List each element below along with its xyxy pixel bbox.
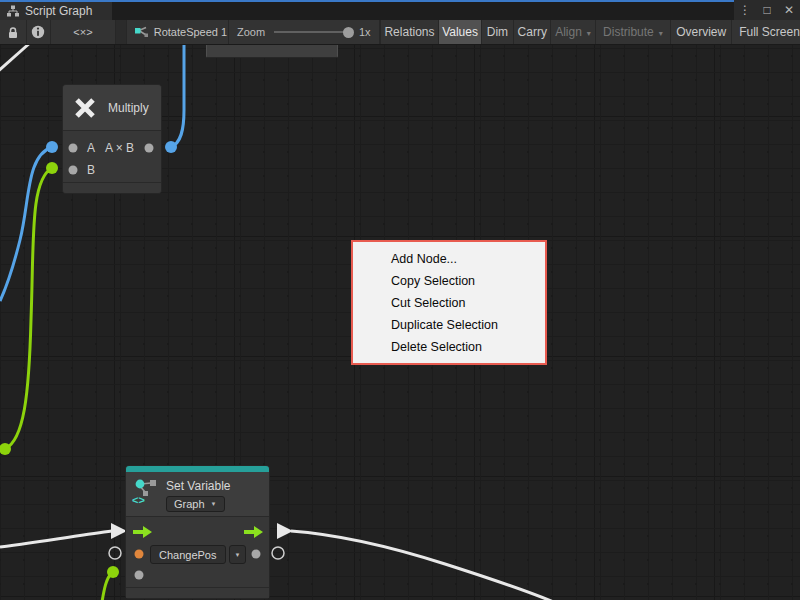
port-variable-value[interactable]	[135, 550, 144, 559]
scope-dropdown-value: Graph	[174, 498, 205, 510]
node-multiply[interactable]: Multiply A A × B B	[62, 84, 162, 194]
set-variable-body: ChangePos ▼	[126, 517, 269, 587]
zoom-control: Zoom 1x	[229, 20, 380, 44]
tab-script-graph[interactable]: Script Graph	[0, 2, 112, 20]
port-input-extra[interactable]	[135, 571, 144, 580]
port-output[interactable]	[145, 144, 154, 153]
menu-item-duplicate-selection[interactable]: Duplicate Selection	[353, 314, 545, 336]
port-output-value[interactable]	[252, 550, 261, 559]
info-button[interactable]	[27, 20, 52, 44]
node-title: Set Variable	[166, 479, 230, 493]
toolbar-gap	[116, 20, 127, 44]
maximize-icon[interactable]: □	[758, 0, 776, 20]
variable-dropdown[interactable]: ChangePos	[150, 545, 226, 564]
graph-toolbar: <×> RotateSpeed 1 Zoom 1x Relations Valu…	[0, 20, 800, 45]
set-variable-icon: <>	[131, 477, 161, 507]
port-input-a[interactable]	[69, 144, 78, 153]
toolbar-button-carry[interactable]: Carry	[513, 20, 550, 44]
zoom-slider[interactable]	[274, 31, 350, 33]
tab-bar: Script Graph ⋮ □ ✕	[0, 0, 800, 20]
window-controls: ⋮ □ ✕	[734, 0, 800, 20]
port-input-b[interactable]	[69, 166, 78, 175]
toolbar-button-relations[interactable]: Relations	[380, 20, 439, 44]
menu-item-cut-selection[interactable]: Cut Selection	[353, 292, 545, 314]
code-glyph: <>	[132, 494, 145, 506]
chevron-down-icon: ▾	[587, 29, 591, 38]
zoom-slider-handle[interactable]	[343, 27, 354, 38]
variable-dropdown-arrow[interactable]: ▼	[229, 545, 246, 564]
toolbar-button-align[interactable]: Align ▾	[550, 20, 594, 44]
toolbar-button-full-screen[interactable]: Full Screen	[731, 20, 800, 44]
port-label-output: A × B	[105, 141, 134, 155]
menu-item-copy-selection[interactable]: Copy Selection	[353, 270, 545, 292]
tab-title: Script Graph	[25, 4, 92, 18]
toolbar-button-dim[interactable]: Dim	[481, 20, 513, 44]
set-variable-header[interactable]: <> Set Variable Graph ▼	[126, 472, 269, 517]
context-menu: Add Node... Copy Selection Cut Selection…	[351, 240, 547, 365]
align-label: Align	[555, 25, 582, 39]
toolbar-button-overview[interactable]: Overview	[670, 20, 731, 44]
port-label-b: B	[87, 163, 95, 177]
kebab-menu-icon[interactable]: ⋮	[736, 0, 754, 20]
code-view-button[interactable]: <×>	[51, 20, 116, 44]
zoom-label: Zoom	[237, 26, 265, 38]
chevron-down-icon: ▼	[235, 552, 241, 558]
multiply-footer	[63, 182, 161, 193]
zoom-value: 1x	[359, 26, 371, 38]
distribute-label: Distribute	[603, 25, 654, 39]
node-title: Multiply	[108, 101, 149, 115]
flow-input-arrow-icon[interactable]	[133, 526, 153, 538]
graph-breadcrumb[interactable]: RotateSpeed 1	[127, 20, 229, 44]
port-label-a: A	[87, 141, 95, 155]
menu-item-delete-selection[interactable]: Delete Selection	[353, 336, 545, 358]
graph-asset-icon	[135, 26, 148, 39]
chevron-down-icon: ▼	[211, 501, 217, 507]
info-icon	[31, 25, 45, 39]
multiply-header[interactable]: Multiply	[63, 85, 161, 131]
lock-icon	[7, 26, 19, 39]
lock-button[interactable]	[0, 20, 27, 44]
close-icon[interactable]: ✕	[780, 0, 798, 20]
script-graph-icon	[7, 5, 19, 17]
node-set-variable[interactable]: <> Set Variable Graph ▼ ChangePos ▼	[125, 465, 270, 599]
flow-output-arrow-icon[interactable]	[244, 526, 264, 538]
chevron-down-icon: ▾	[659, 29, 663, 38]
toolbar-button-values[interactable]: Values	[438, 20, 480, 44]
toolbar-button-distribute[interactable]: Distribute ▾	[595, 20, 671, 44]
set-variable-footer	[126, 587, 269, 598]
scope-dropdown[interactable]: Graph ▼	[166, 496, 225, 512]
menu-item-add-node[interactable]: Add Node...	[353, 248, 545, 270]
graph-name: RotateSpeed 1	[154, 26, 227, 38]
variable-dropdown-value: ChangePos	[159, 549, 217, 561]
multiply-icon	[72, 95, 98, 121]
multiply-body: A A × B B	[63, 131, 161, 182]
